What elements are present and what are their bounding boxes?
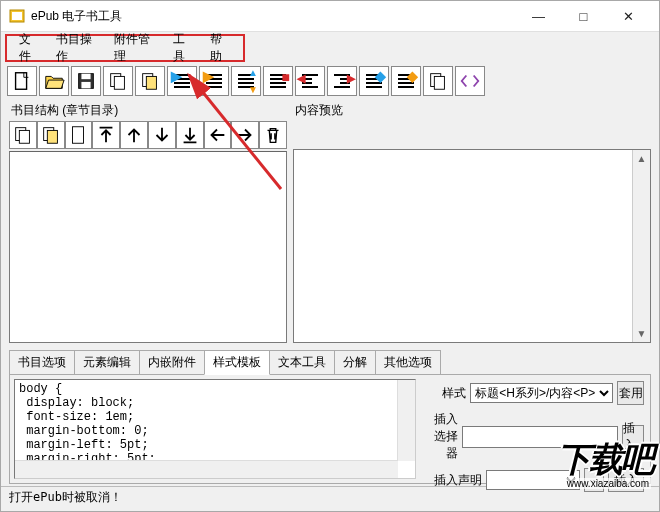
- scroll-up-icon[interactable]: ▲: [634, 150, 649, 167]
- window-title: ePub 电子书工具: [31, 8, 516, 25]
- svg-rect-15: [47, 130, 57, 143]
- struct-right-button[interactable]: [231, 121, 259, 149]
- code-hscrollbar[interactable]: [15, 460, 398, 478]
- structure-tree[interactable]: [9, 151, 287, 343]
- tab-decompose[interactable]: 分解: [334, 350, 376, 375]
- svg-rect-4: [81, 74, 90, 80]
- list-updown-button[interactable]: ▲▼: [231, 66, 261, 96]
- structure-toolbar: [9, 121, 287, 151]
- minimize-button[interactable]: —: [516, 2, 561, 31]
- watermark-logo: 下载吧: [557, 437, 653, 483]
- tab-style-template[interactable]: 样式模板: [204, 350, 270, 375]
- preview-panel: 内容预览 ▲ ▼: [293, 100, 651, 343]
- list-red-button[interactable]: ■: [263, 66, 293, 96]
- scroll-down-icon[interactable]: ▼: [634, 325, 649, 342]
- struct-paste-button[interactable]: [37, 121, 65, 149]
- style-select[interactable]: 标题<H系列>/内容<P>: [470, 383, 613, 403]
- tab-catalog-options[interactable]: 书目选项: [9, 350, 75, 375]
- structure-label: 书目结构 (章节目录): [9, 100, 287, 121]
- list-orange2-button[interactable]: ◆: [391, 66, 421, 96]
- app-icon: [9, 8, 25, 24]
- tab-embed-attach[interactable]: 内嵌附件: [139, 350, 205, 375]
- preview-content[interactable]: ▲ ▼: [293, 149, 651, 343]
- outdent-button[interactable]: ◀: [295, 66, 325, 96]
- open-button[interactable]: [39, 66, 69, 96]
- svg-rect-9: [146, 76, 156, 89]
- apply-button[interactable]: 套用: [617, 381, 644, 405]
- svg-rect-1: [12, 12, 22, 20]
- svg-rect-5: [81, 82, 90, 88]
- tab-other-options[interactable]: 其他选项: [375, 350, 441, 375]
- list-blue-button[interactable]: ▶: [167, 66, 197, 96]
- bottom-tabstrip: 书目选项 元素编辑 内嵌附件 样式模板 文本工具 分解 其他选项: [9, 350, 651, 375]
- struct-bottom-button[interactable]: [176, 121, 204, 149]
- list-blue2-button[interactable]: ◆: [359, 66, 389, 96]
- new-button[interactable]: [7, 66, 37, 96]
- save-button[interactable]: [71, 66, 101, 96]
- copy-button[interactable]: [103, 66, 133, 96]
- svg-rect-16: [73, 127, 84, 144]
- app-window: ePub 电子书工具 — □ ✕ 文件 书目操作 附件管理 工具 帮助 ▶ ▶ …: [0, 0, 660, 512]
- preview-scrollbar[interactable]: ▲ ▼: [632, 150, 650, 342]
- struct-up-button[interactable]: [120, 121, 148, 149]
- svg-rect-7: [114, 76, 124, 89]
- maximize-button[interactable]: □: [561, 2, 606, 31]
- structure-panel: 书目结构 (章节目录): [9, 100, 287, 343]
- content-area: 书目结构 (章节目录) 内容预览 ▲ ▼: [1, 100, 659, 343]
- css-code-area[interactable]: body { display: block; font-size: 1em; m…: [14, 379, 416, 479]
- struct-copy-button[interactable]: [9, 121, 37, 149]
- struct-down-button[interactable]: [148, 121, 176, 149]
- struct-delete-button[interactable]: [259, 121, 287, 149]
- menubar: 文件 书目操作 附件管理 工具 帮助: [5, 34, 245, 62]
- struct-top-button[interactable]: [92, 121, 120, 149]
- close-button[interactable]: ✕: [606, 2, 651, 31]
- tab-element-edit[interactable]: 元素编辑: [74, 350, 140, 375]
- titlebar: ePub 电子书工具 — □ ✕: [1, 1, 659, 32]
- code-vscrollbar[interactable]: [397, 380, 415, 461]
- style-template-panel: body { display: block; font-size: 1em; m…: [9, 374, 651, 484]
- paste-button[interactable]: [135, 66, 165, 96]
- svg-rect-13: [19, 130, 29, 143]
- svg-rect-11: [434, 76, 444, 89]
- copy2-button[interactable]: [423, 66, 453, 96]
- code-button[interactable]: [455, 66, 485, 96]
- insert-selector-label: 插入选择器: [424, 411, 458, 462]
- indent-button[interactable]: ▶: [327, 66, 357, 96]
- struct-left-button[interactable]: [204, 121, 232, 149]
- struct-doc-button[interactable]: [65, 121, 93, 149]
- insert-decl-label: 插入声明: [424, 472, 482, 489]
- watermark-url: www.xiazaiba.com: [565, 478, 651, 489]
- style-label: 样式: [424, 385, 466, 402]
- status-text: 打开ePub时被取消！: [9, 490, 122, 504]
- svg-rect-2: [16, 73, 27, 90]
- tab-text-tools[interactable]: 文本工具: [269, 350, 335, 375]
- main-toolbar: ▶ ▶ ▲▼ ■ ◀ ▶ ◆ ◆: [1, 62, 659, 100]
- preview-label: 内容预览: [293, 100, 651, 121]
- list-orange-button[interactable]: ▶: [199, 66, 229, 96]
